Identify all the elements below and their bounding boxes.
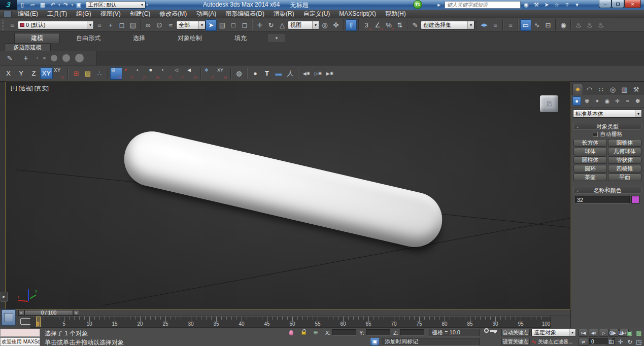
absolute-offset-toggle-icon[interactable]: ⊕ (311, 329, 321, 336)
graphite-select-icon[interactable]: ▤ (127, 19, 139, 31)
minimize-button[interactable]: – (599, 0, 612, 8)
tab-utilities-icon[interactable]: ⚒ (631, 84, 641, 95)
trackbar-filter-icon[interactable] (20, 318, 31, 325)
select-and-move-icon[interactable]: ✛ (254, 19, 265, 31)
workspace-selector[interactable]: 工作区: 默认 ▾ (86, 1, 146, 9)
menu-item[interactable]: 帮助(H) (381, 10, 411, 18)
x-coordinate-field[interactable] (332, 329, 356, 336)
snaps-toggle-icon[interactable]: 3∩ (361, 19, 372, 31)
ribbon-tab[interactable]: 填充 (218, 33, 263, 43)
subobject-polygon-icon[interactable] (62, 54, 70, 62)
rendered-frame-window-icon[interactable]: ♨ (584, 19, 595, 31)
close-button[interactable]: × (624, 0, 641, 8)
tab-display-icon[interactable]: ▥ (619, 84, 630, 95)
select-and-rotate-icon[interactable]: ↻ (265, 19, 277, 31)
viewport-menu-shading[interactable]: [真实] (35, 85, 49, 92)
viewport-menu-general[interactable]: [+] (11, 85, 17, 92)
edit-named-selection-sets-icon[interactable]: ✎ (410, 19, 421, 31)
app-logo-icon[interactable]: 3 (0, 0, 17, 10)
key-mode-toggle-icon[interactable]: ⇄ (579, 338, 588, 346)
play-gear-icon[interactable]: ▷✱ (313, 67, 324, 79)
curve-editor-icon[interactable]: ∿ (531, 19, 543, 31)
redo-dropdown-icon[interactable]: ▾ (72, 3, 74, 7)
bind-to-spacewarp-icon[interactable]: ≈ (165, 19, 176, 31)
search-icon[interactable]: ◉ (522, 1, 531, 9)
menu-item[interactable]: 编辑(E) (13, 10, 43, 18)
toolbar-grip[interactable] (2, 20, 5, 30)
ribbon-minimize-icon[interactable]: ▾ (268, 34, 285, 42)
name-color-rollout-header[interactable]: - 名称和颜色 (573, 187, 641, 194)
perspective-viewport[interactable]: [+] [透视] [真实] 后 x y (5, 82, 570, 309)
tab-hierarchy-icon[interactable]: ∷ (596, 84, 606, 95)
menu-item[interactable]: 组(G) (72, 10, 95, 18)
render-setup-icon[interactable]: ♨ (573, 19, 584, 31)
schematic-view-icon[interactable]: ⊟ (543, 19, 554, 31)
orbit-icon[interactable]: ↻ (625, 338, 634, 346)
sphere-preview-icon[interactable]: ● (250, 67, 261, 79)
capsule-mesh-object[interactable] (119, 126, 448, 252)
menu-item[interactable]: 自定义(U) (299, 10, 335, 18)
search-input[interactable] (445, 1, 521, 9)
autogrid-checkbox[interactable] (593, 132, 598, 137)
auto-key-button[interactable]: 自动关键点 (501, 329, 530, 336)
snap-midpoint-icon[interactable]: • ∩ (161, 67, 173, 80)
selection-lock-icon[interactable] (298, 328, 309, 336)
undo-icon[interactable]: ↶ (48, 1, 57, 9)
select-and-link-icon[interactable]: ∞ (143, 19, 154, 31)
snap-axis-constraint-icon[interactable]: XY ∩ (216, 67, 228, 80)
communication-icon[interactable]: ➤ (542, 1, 551, 9)
key-filters-button[interactable]: 关键点过滤器... (538, 338, 572, 345)
point-cloud-icon[interactable]: ∴ (94, 67, 105, 79)
show-home-grid-icon[interactable]: ⊞ (71, 67, 82, 79)
redo-icon[interactable]: ↷ (61, 1, 71, 9)
snap-endpoint-icon[interactable]: ■ ∩ (148, 67, 160, 80)
menu-item[interactable]: MAXScript(X) (334, 10, 381, 17)
layer-explorer-icon[interactable]: ≡ (505, 19, 516, 31)
maximize-viewport-icon[interactable]: ◳ (634, 338, 643, 346)
object-type-rollout-header[interactable]: - 对象类型 (573, 123, 641, 130)
infocenter-expand-icon[interactable]: ▸ (434, 1, 444, 9)
maxscript-listener-cell[interactable]: 欢迎使用 MAXScr (0, 337, 40, 346)
set-keys-key-icon[interactable] (483, 325, 498, 336)
edit-poly-mode-icon[interactable]: ✎ (4, 52, 15, 64)
angle-snap-icon[interactable]: ∠∩ (372, 19, 383, 31)
object-name-field[interactable] (575, 196, 630, 203)
snap-vertex-icon[interactable]: ▪ ∩ (135, 67, 148, 80)
ribbon-tab[interactable]: 建模 (14, 33, 60, 43)
subobject-element-icon[interactable] (75, 54, 84, 62)
object-type-button[interactable]: 球体 (573, 148, 607, 155)
paint-brush-icon[interactable]: ▬ (273, 67, 284, 79)
previous-frame-button[interactable]: ◀‖ (589, 329, 598, 337)
scene-explorer-expand-button[interactable]: ▶ (1, 292, 8, 302)
key-selset-combo[interactable]: 选定对象 ▾ (531, 329, 576, 336)
isolate-selection-icon[interactable] (286, 329, 296, 336)
object-type-button[interactable]: 长方体 (573, 139, 607, 147)
menu-item[interactable]: 渲染(R) (269, 10, 299, 18)
create-layer-icon[interactable]: + (105, 19, 116, 31)
measure-distance-icon[interactable]: ▤ (82, 67, 93, 79)
viewport-menu-pov[interactable]: [透视] (19, 85, 33, 92)
status-cube-icon[interactable]: ▣ (370, 338, 379, 345)
unlink-selection-icon[interactable]: ∅ (154, 19, 165, 31)
object-type-button[interactable]: 平面 (608, 174, 641, 181)
ribbon-toggle-icon[interactable]: ▭ (520, 19, 531, 31)
ribbon-tab[interactable]: 对象绘制 (161, 33, 218, 43)
subobject-edge-icon[interactable] (43, 57, 46, 59)
ribbon-tab[interactable]: 选择 (117, 33, 161, 43)
undo-dropdown-icon[interactable]: ▾ (58, 3, 60, 7)
favorites-star-icon[interactable]: ☆ (552, 1, 561, 9)
menu-item[interactable]: 视图(V) (96, 10, 125, 18)
spinner-snap-icon[interactable]: ⇅ (394, 19, 405, 31)
snap-pivot-icon[interactable]: ✦ ∩ (123, 67, 135, 80)
material-editor-icon[interactable]: ◉ (558, 19, 569, 31)
macro-recorder-cell[interactable] (0, 329, 40, 337)
manage-layers-icon[interactable]: ≡ (94, 19, 105, 31)
viewcube[interactable]: 后 (540, 95, 558, 112)
select-and-scale-icon[interactable]: △ (277, 19, 288, 31)
snap-frozen-icon[interactable]: ✻ ∩ (204, 67, 216, 80)
y-coordinate-field[interactable] (366, 329, 390, 336)
align-icon[interactable]: ≡ (490, 19, 501, 31)
render-production-icon[interactable]: ♨ (595, 19, 606, 31)
geometry-category-combo[interactable]: 标准基本体 ▾ (573, 110, 642, 118)
axis-constraint-z-button[interactable]: Z (27, 67, 40, 79)
